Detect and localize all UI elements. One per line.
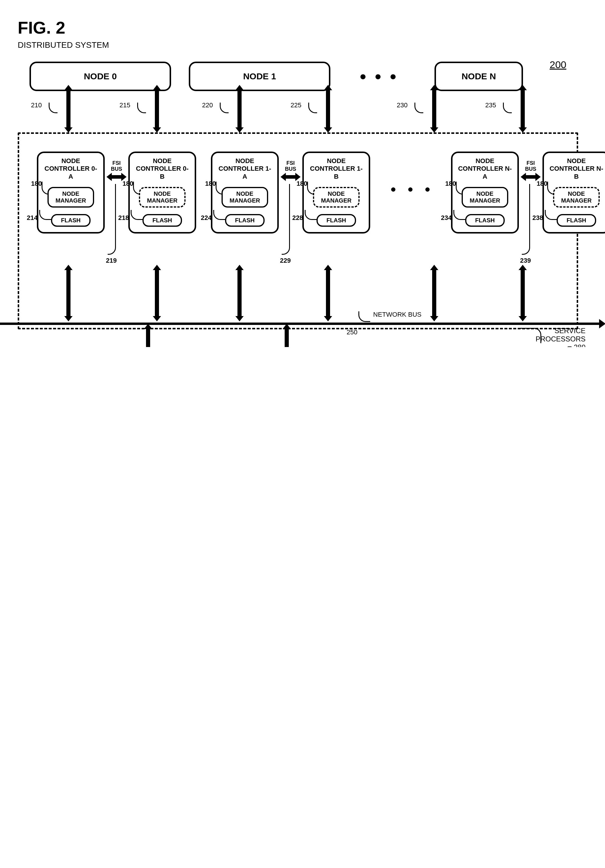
flash-n-a: FLASH 234: [465, 214, 505, 227]
node-1: NODE 1: [189, 62, 330, 91]
flash-1-b: FLASH 228: [316, 214, 356, 227]
flash-1-a: FLASH 224: [225, 214, 265, 227]
ref-180-1b: 180: [296, 180, 307, 187]
ref-180-nb: 180: [537, 180, 548, 187]
ref-215: 215: [119, 101, 130, 109]
node-n: NODE N: [434, 62, 523, 91]
network-bus-label: NETWORK BUS: [373, 311, 422, 318]
node-manager-n-b: NODE MANAGER 180: [553, 187, 599, 208]
node-0: NODE 0: [29, 62, 171, 91]
figure-ref: 200: [549, 59, 566, 70]
flash-n-b: FLASH 238: [557, 214, 596, 227]
node-controller-row: NODE CONTROLLER 0-A NODE MANAGER 180 FLA…: [37, 152, 559, 234]
service-processors-label: SERVICE PROCESSORS 280: [536, 327, 586, 347]
figure-label: FIG. 2: [18, 18, 578, 37]
node-manager-n-a: NODE MANAGER 180: [462, 187, 508, 208]
ref-220: 220: [202, 101, 213, 109]
ref-230: 230: [397, 101, 408, 109]
flash-0-b: FLASH 218: [143, 214, 182, 227]
ref-218: 218: [118, 214, 129, 222]
node-manager-1-a: NODE MANAGER 180: [222, 187, 268, 208]
service-processor-region: 210 215 220 225 230 235 NODE CONTROLLER …: [18, 132, 578, 329]
node-manager-1-b: NODE MANAGER 180: [313, 187, 359, 208]
group-n: NODE CONTROLLER N-A NODE MANAGER 180 FLA…: [451, 152, 605, 234]
node-row: NODE 0 NODE 1 ••• NODE N: [29, 62, 578, 91]
ref-210: 210: [31, 101, 42, 109]
fsi-col-0: FSI BUS 219: [108, 152, 126, 180]
ref-180-na: 180: [445, 180, 456, 187]
ref-225: 225: [290, 101, 301, 109]
ref-239: 239: [520, 257, 531, 264]
ref-219: 219: [106, 257, 117, 264]
ref-250: 250: [347, 329, 357, 336]
ref-280: 280: [574, 343, 586, 347]
vertical-dots: •••: [385, 152, 436, 198]
node-controller-n-a: NODE CONTROLLER N-A NODE MANAGER 180 FLA…: [451, 152, 519, 234]
ref-238: 238: [532, 214, 543, 222]
fsi-col-n: FSI BUS 239: [522, 152, 540, 180]
network-bus-line: [0, 322, 600, 325]
ref-234: 234: [441, 214, 452, 222]
node-controller-0-b: NODE CONTROLLER 0-B NODE MANAGER 180 FLA…: [128, 152, 196, 234]
node-manager-0-a: NODE MANAGER 180: [48, 187, 94, 208]
ref-180-1a: 180: [205, 180, 216, 187]
flash-0-a: FLASH 214: [51, 214, 90, 227]
ref-235: 235: [485, 101, 496, 109]
nc-title-l1: NODE: [61, 157, 80, 164]
ref-214: 214: [27, 214, 38, 222]
ref-180-0a: 180: [31, 180, 42, 187]
node-controller-n-b: NODE CONTROLLER N-B NODE MANAGER 180 FLA…: [543, 152, 605, 234]
node-controller-0-a: NODE CONTROLLER 0-A NODE MANAGER 180 FLA…: [37, 152, 105, 234]
node-manager-0-b: NODE MANAGER 180: [139, 187, 185, 208]
ref-180-0b: 180: [123, 180, 133, 187]
group-0: NODE CONTROLLER 0-A NODE MANAGER 180 FLA…: [37, 152, 196, 234]
ref-228: 228: [292, 214, 303, 222]
node-controller-1-a: NODE CONTROLLER 1-A NODE MANAGER 180 FLA…: [211, 152, 279, 234]
node-controller-1-b: NODE CONTROLLER 1-B NODE MANAGER 180 FLA…: [302, 152, 370, 234]
fsi-col-1: FSI BUS 229: [282, 152, 299, 180]
group-1: NODE CONTROLLER 1-A NODE MANAGER 180 FLA…: [211, 152, 370, 234]
figure-subtitle: DISTRIBUTED SYSTEM: [18, 40, 578, 50]
horizontal-dots: •••: [348, 66, 417, 87]
ref-229: 229: [280, 257, 291, 264]
nc-title-l2: CONTROLLER 0-A: [45, 165, 97, 180]
ref-224: 224: [201, 214, 212, 222]
